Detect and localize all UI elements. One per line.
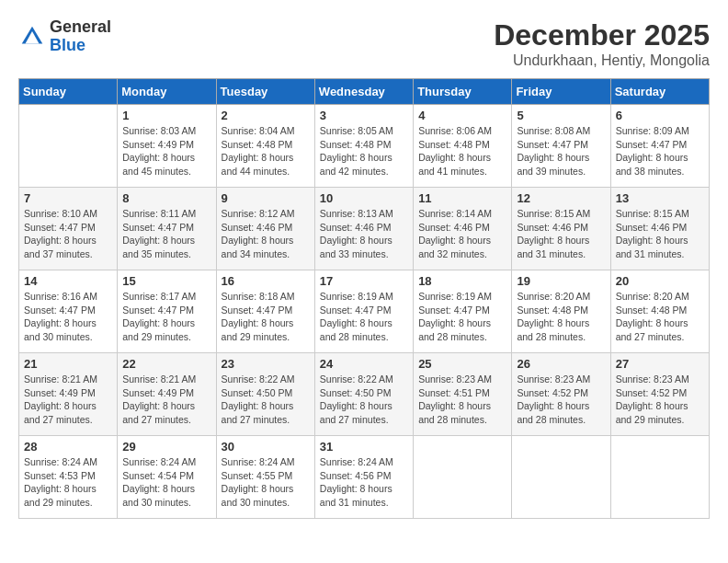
logo-icon	[18, 23, 46, 51]
title-block: December 2025 Undurkhaan, Hentiy, Mongol…	[494, 18, 710, 69]
calendar-cell: 9Sunrise: 8:12 AM Sunset: 4:46 PM Daylig…	[216, 188, 314, 270]
calendar-cell: 14Sunrise: 8:16 AM Sunset: 4:47 PM Dayli…	[19, 270, 118, 353]
day-number: 11	[418, 191, 506, 205]
calendar-cell: 6Sunrise: 8:09 AM Sunset: 4:47 PM Daylig…	[610, 105, 709, 188]
day-info: Sunrise: 8:22 AM Sunset: 4:50 PM Dayligh…	[222, 373, 310, 427]
calendar-cell: 4Sunrise: 8:06 AM Sunset: 4:48 PM Daylig…	[414, 105, 512, 188]
day-number: 1	[122, 109, 210, 122]
day-number: 12	[517, 191, 605, 205]
calendar-week-row: 7Sunrise: 8:10 AM Sunset: 4:47 PM Daylig…	[19, 188, 710, 270]
day-number: 17	[320, 274, 408, 288]
day-info: Sunrise: 8:13 AM Sunset: 4:46 PM Dayligh…	[320, 207, 408, 261]
calendar-cell: 23Sunrise: 8:22 AM Sunset: 4:50 PM Dayli…	[216, 353, 314, 436]
day-info: Sunrise: 8:12 AM Sunset: 4:46 PM Dayligh…	[222, 207, 310, 261]
calendar-cell: 22Sunrise: 8:21 AM Sunset: 4:49 PM Dayli…	[118, 353, 216, 436]
day-of-week-header: Wednesday	[314, 79, 413, 105]
day-number: 4	[418, 109, 506, 122]
calendar-week-row: 28Sunrise: 8:24 AM Sunset: 4:53 PM Dayli…	[19, 436, 710, 519]
day-info: Sunrise: 8:24 AM Sunset: 4:53 PM Dayligh…	[24, 455, 112, 510]
day-info: Sunrise: 8:08 AM Sunset: 4:47 PM Dayligh…	[517, 124, 605, 178]
day-of-week-header: Tuesday	[216, 79, 314, 105]
day-number: 21	[24, 357, 112, 371]
calendar-cell	[610, 436, 709, 519]
day-info: Sunrise: 8:23 AM Sunset: 4:51 PM Dayligh…	[418, 373, 506, 427]
day-info: Sunrise: 8:15 AM Sunset: 4:46 PM Dayligh…	[517, 207, 605, 261]
calendar-cell: 2Sunrise: 8:04 AM Sunset: 4:48 PM Daylig…	[216, 105, 314, 188]
day-info: Sunrise: 8:21 AM Sunset: 4:49 PM Dayligh…	[122, 373, 210, 427]
calendar-cell: 5Sunrise: 8:08 AM Sunset: 4:47 PM Daylig…	[512, 105, 610, 188]
day-number: 6	[616, 109, 704, 122]
day-info: Sunrise: 8:19 AM Sunset: 4:47 PM Dayligh…	[418, 290, 506, 344]
calendar-cell: 8Sunrise: 8:11 AM Sunset: 4:47 PM Daylig…	[118, 188, 216, 270]
day-of-week-header: Saturday	[610, 79, 709, 105]
calendar-cell: 29Sunrise: 8:24 AM Sunset: 4:54 PM Dayli…	[118, 436, 216, 519]
day-number: 5	[517, 109, 605, 122]
calendar-cell: 28Sunrise: 8:24 AM Sunset: 4:53 PM Dayli…	[19, 436, 118, 519]
calendar-cell: 3Sunrise: 8:05 AM Sunset: 4:48 PM Daylig…	[314, 105, 413, 188]
calendar-cell: 16Sunrise: 8:18 AM Sunset: 4:47 PM Dayli…	[216, 270, 314, 353]
calendar-table: SundayMondayTuesdayWednesdayThursdayFrid…	[18, 78, 710, 519]
month-title: December 2025	[494, 18, 710, 52]
day-of-week-header: Friday	[512, 79, 610, 105]
day-number: 15	[122, 274, 210, 288]
day-of-week-header: Sunday	[19, 79, 118, 105]
calendar-cell: 12Sunrise: 8:15 AM Sunset: 4:46 PM Dayli…	[512, 188, 610, 270]
day-info: Sunrise: 8:24 AM Sunset: 4:55 PM Dayligh…	[222, 455, 310, 510]
day-number: 13	[616, 191, 704, 205]
day-number: 19	[517, 274, 605, 288]
day-of-week-header: Monday	[118, 79, 216, 105]
day-info: Sunrise: 8:21 AM Sunset: 4:49 PM Dayligh…	[24, 373, 112, 427]
day-number: 29	[122, 440, 210, 454]
day-info: Sunrise: 8:20 AM Sunset: 4:48 PM Dayligh…	[517, 290, 605, 344]
day-number: 2	[222, 109, 310, 122]
calendar-week-row: 1Sunrise: 8:03 AM Sunset: 4:49 PM Daylig…	[19, 105, 710, 188]
day-info: Sunrise: 8:14 AM Sunset: 4:46 PM Dayligh…	[418, 207, 506, 261]
calendar-header-row: SundayMondayTuesdayWednesdayThursdayFrid…	[19, 79, 710, 105]
day-number: 24	[320, 357, 408, 371]
calendar-cell: 1Sunrise: 8:03 AM Sunset: 4:49 PM Daylig…	[118, 105, 216, 188]
day-number: 7	[24, 191, 112, 205]
day-number: 20	[616, 274, 704, 288]
calendar-week-row: 21Sunrise: 8:21 AM Sunset: 4:49 PM Dayli…	[19, 353, 710, 436]
calendar-cell: 21Sunrise: 8:21 AM Sunset: 4:49 PM Dayli…	[19, 353, 118, 436]
day-info: Sunrise: 8:19 AM Sunset: 4:47 PM Dayligh…	[320, 290, 408, 344]
calendar-cell: 17Sunrise: 8:19 AM Sunset: 4:47 PM Dayli…	[314, 270, 413, 353]
day-info: Sunrise: 8:11 AM Sunset: 4:47 PM Dayligh…	[122, 207, 210, 261]
calendar-cell: 27Sunrise: 8:23 AM Sunset: 4:52 PM Dayli…	[610, 353, 709, 436]
calendar-cell: 11Sunrise: 8:14 AM Sunset: 4:46 PM Dayli…	[414, 188, 512, 270]
day-of-week-header: Thursday	[414, 79, 512, 105]
day-number: 28	[24, 440, 112, 454]
day-number: 31	[320, 440, 408, 454]
calendar-cell: 18Sunrise: 8:19 AM Sunset: 4:47 PM Dayli…	[414, 270, 512, 353]
day-number: 16	[222, 274, 310, 288]
day-info: Sunrise: 8:09 AM Sunset: 4:47 PM Dayligh…	[616, 124, 704, 178]
day-number: 14	[24, 274, 112, 288]
calendar-cell: 13Sunrise: 8:15 AM Sunset: 4:46 PM Dayli…	[610, 188, 709, 270]
day-number: 9	[222, 191, 310, 205]
calendar-cell: 10Sunrise: 8:13 AM Sunset: 4:46 PM Dayli…	[314, 188, 413, 270]
day-info: Sunrise: 8:20 AM Sunset: 4:48 PM Dayligh…	[616, 290, 704, 344]
day-info: Sunrise: 8:06 AM Sunset: 4:48 PM Dayligh…	[418, 124, 506, 178]
calendar-cell: 30Sunrise: 8:24 AM Sunset: 4:55 PM Dayli…	[216, 436, 314, 519]
day-info: Sunrise: 8:24 AM Sunset: 4:56 PM Dayligh…	[320, 455, 408, 510]
day-info: Sunrise: 8:23 AM Sunset: 4:52 PM Dayligh…	[616, 373, 704, 427]
calendar-cell: 24Sunrise: 8:22 AM Sunset: 4:50 PM Dayli…	[314, 353, 413, 436]
calendar-cell: 19Sunrise: 8:20 AM Sunset: 4:48 PM Dayli…	[512, 270, 610, 353]
day-number: 27	[616, 357, 704, 371]
day-info: Sunrise: 8:23 AM Sunset: 4:52 PM Dayligh…	[517, 373, 605, 427]
day-number: 8	[122, 191, 210, 205]
day-info: Sunrise: 8:24 AM Sunset: 4:54 PM Dayligh…	[122, 455, 210, 510]
day-number: 10	[320, 191, 408, 205]
day-info: Sunrise: 8:18 AM Sunset: 4:47 PM Dayligh…	[222, 290, 310, 344]
calendar-cell: 20Sunrise: 8:20 AM Sunset: 4:48 PM Dayli…	[610, 270, 709, 353]
page-header: General Blue December 2025 Undurkhaan, H…	[18, 18, 710, 69]
day-info: Sunrise: 8:17 AM Sunset: 4:47 PM Dayligh…	[122, 290, 210, 344]
logo: General Blue	[18, 18, 111, 55]
day-info: Sunrise: 8:04 AM Sunset: 4:48 PM Dayligh…	[222, 124, 310, 178]
day-number: 3	[320, 109, 408, 122]
day-info: Sunrise: 8:03 AM Sunset: 4:49 PM Dayligh…	[122, 124, 210, 178]
day-number: 25	[418, 357, 506, 371]
calendar-cell: 7Sunrise: 8:10 AM Sunset: 4:47 PM Daylig…	[19, 188, 118, 270]
calendar-cell: 31Sunrise: 8:24 AM Sunset: 4:56 PM Dayli…	[314, 436, 413, 519]
logo-text: General Blue	[50, 18, 111, 55]
